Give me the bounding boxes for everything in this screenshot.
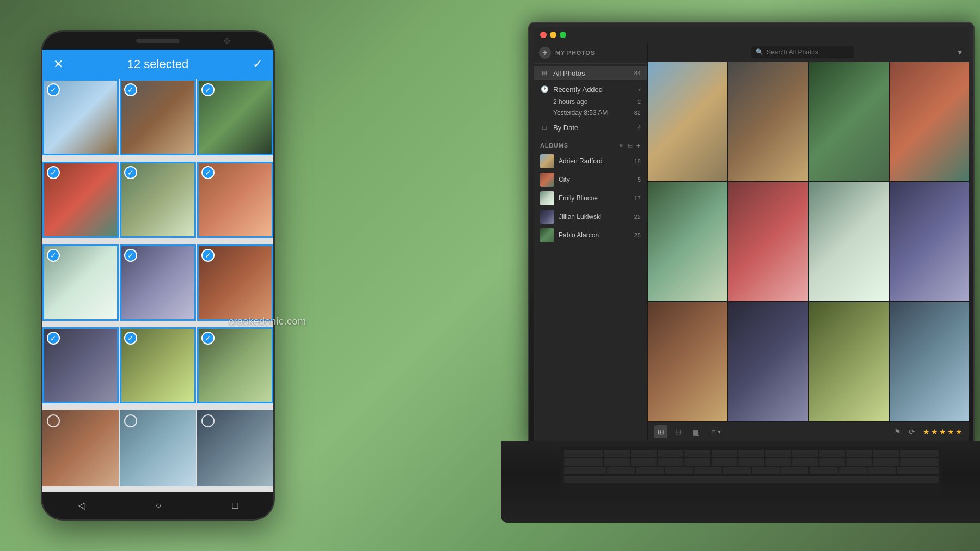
sort-arrow-icon: ▾ bbox=[718, 428, 721, 436]
list-item[interactable]: ✓ bbox=[42, 79, 119, 155]
list-item[interactable] bbox=[42, 410, 119, 486]
view-large-button[interactable]: ⊞ bbox=[654, 425, 667, 438]
list-item[interactable] bbox=[120, 410, 196, 486]
star-rating[interactable]: ★ ★ ★ ★ ★ bbox=[923, 427, 963, 436]
recents-button[interactable]: □ bbox=[232, 500, 238, 511]
laptop-body: + MY PHOTOS ⊞ All Photos 84 bbox=[528, 22, 975, 446]
photos-grid-icon: ⊞ bbox=[540, 69, 549, 77]
album-count-adrien: 18 bbox=[634, 158, 641, 164]
sidebar-item-album-city[interactable]: City 5 bbox=[534, 170, 647, 189]
key bbox=[684, 458, 710, 466]
minimize-window-button[interactable] bbox=[550, 32, 556, 38]
table-row[interactable] bbox=[728, 302, 808, 421]
check-icon: ✓ bbox=[201, 332, 215, 345]
check-icon: ✓ bbox=[124, 166, 137, 179]
photo-toolbar: ⊞ ⊟ ▦ ≡ ▾ ⚑ ⟳ ★ ★ bbox=[648, 421, 969, 441]
search-box: 🔍 bbox=[751, 46, 854, 58]
close-icon[interactable]: ✕ bbox=[53, 57, 63, 71]
key bbox=[658, 450, 683, 457]
app-content: + MY PHOTOS ⊞ All Photos 84 bbox=[534, 42, 969, 441]
rotate-icon[interactable]: ⟳ bbox=[909, 427, 915, 436]
sidebar-item-yesterday[interactable]: Yesterday 8:53 AM 82 bbox=[553, 107, 647, 118]
key bbox=[631, 450, 657, 457]
sort-button[interactable]: ≡ ▾ bbox=[712, 428, 721, 436]
sidebar-item-recently-added[interactable]: 🕐 Recently Added ▾ bbox=[534, 82, 647, 96]
sidebar-item-album-pablo[interactable]: Pablo Alarcon 25 bbox=[534, 226, 647, 244]
view-small-button[interactable]: ▦ bbox=[689, 425, 702, 438]
key-return bbox=[900, 458, 939, 466]
list-item[interactable]: ✓ bbox=[197, 327, 273, 403]
check-empty-icon bbox=[124, 414, 137, 427]
star-5: ★ bbox=[955, 427, 963, 436]
grid-view-button[interactable]: ⊞ bbox=[626, 142, 634, 150]
table-row[interactable] bbox=[890, 302, 969, 421]
table-row[interactable] bbox=[648, 302, 727, 421]
table-row[interactable] bbox=[890, 62, 969, 181]
check-icon: ✓ bbox=[201, 249, 215, 262]
sidebar-item-album-adrien[interactable]: Adrien Radford 18 bbox=[534, 152, 647, 170]
view-medium-button[interactable]: ⊟ bbox=[672, 425, 685, 438]
table-row[interactable] bbox=[648, 62, 727, 181]
table-row[interactable] bbox=[648, 182, 727, 302]
album-count-city: 5 bbox=[638, 176, 641, 183]
key bbox=[873, 450, 898, 457]
list-view-button[interactable]: ≡ bbox=[617, 142, 624, 150]
sidebar-item-all-photos[interactable]: ⊞ All Photos 84 bbox=[534, 66, 647, 80]
sidebar-item-2-hours-ago[interactable]: 2 hours ago 2 bbox=[553, 96, 647, 107]
flag-icon[interactable]: ⚑ bbox=[894, 427, 901, 436]
add-album-button[interactable]: + bbox=[636, 141, 641, 150]
list-item[interactable]: ✓ bbox=[120, 79, 196, 155]
recently-added-label: Recently Added bbox=[553, 85, 634, 94]
sidebar-section-library: ⊞ All Photos 84 🕐 Recently Added ▾ bbox=[534, 64, 647, 137]
all-photos-count: 84 bbox=[634, 70, 641, 76]
sort-icon: ≡ bbox=[712, 428, 715, 436]
confirm-icon[interactable]: ✓ bbox=[253, 57, 262, 71]
list-item[interactable]: ✓ bbox=[197, 162, 273, 238]
table-row[interactable] bbox=[728, 182, 808, 302]
key bbox=[738, 450, 764, 457]
close-window-button[interactable] bbox=[540, 32, 547, 38]
key bbox=[846, 458, 872, 466]
list-item[interactable]: ✓ bbox=[120, 162, 196, 238]
table-row[interactable] bbox=[890, 182, 969, 302]
key bbox=[868, 467, 896, 475]
list-item[interactable]: ✓ bbox=[42, 244, 119, 321]
table-row[interactable] bbox=[728, 62, 808, 181]
check-icon: ✓ bbox=[47, 249, 60, 262]
key bbox=[752, 467, 780, 475]
laptop-screen: + MY PHOTOS ⊞ All Photos 84 bbox=[534, 27, 969, 441]
table-row[interactable] bbox=[809, 302, 889, 421]
list-item[interactable]: ✓ bbox=[197, 79, 273, 155]
sidebar-item-by-date[interactable]: □ By Date 4 bbox=[534, 120, 647, 134]
sidebar-item-album-jillian[interactable]: Jillian Lukiwski 22 bbox=[534, 207, 647, 226]
maximize-window-button[interactable] bbox=[560, 32, 566, 38]
list-item[interactable]: ✓ bbox=[120, 244, 196, 321]
album-thumb-city bbox=[540, 173, 554, 187]
phone-camera bbox=[224, 38, 230, 44]
table-row[interactable] bbox=[809, 182, 889, 302]
list-item[interactable]: ✓ bbox=[42, 327, 119, 403]
search-input[interactable] bbox=[767, 48, 849, 56]
table-row[interactable] bbox=[809, 62, 889, 181]
phone-screen: ✕ 12 selected ✓ ✓ ✓ bbox=[42, 50, 273, 492]
add-collection-button[interactable]: + bbox=[539, 47, 551, 59]
sidebar-item-album-emily[interactable]: Emily Blincoe 17 bbox=[534, 189, 647, 207]
by-date-count: 4 bbox=[638, 124, 641, 131]
back-button[interactable]: ◁ bbox=[78, 499, 85, 511]
clock-icon: 🕐 bbox=[540, 85, 549, 94]
list-item[interactable]: ✓ bbox=[197, 244, 273, 321]
check-icon: ✓ bbox=[124, 332, 137, 345]
check-icon: ✓ bbox=[124, 249, 137, 262]
recently-added-group: 🕐 Recently Added ▾ 2 hours ago 2 bbox=[534, 80, 647, 120]
albums-title: ALBUMS bbox=[540, 142, 615, 149]
keyboard bbox=[561, 446, 942, 495]
traffic-lights-bar bbox=[534, 27, 969, 42]
list-item[interactable]: ✓ bbox=[42, 162, 119, 238]
album-count-emily: 17 bbox=[634, 195, 641, 201]
album-thumbnail bbox=[540, 173, 554, 187]
filter-button[interactable]: ▼ bbox=[956, 48, 964, 57]
star-3: ★ bbox=[939, 427, 946, 436]
list-item[interactable]: ✓ bbox=[120, 327, 196, 403]
list-item[interactable] bbox=[197, 410, 273, 486]
home-button[interactable]: ○ bbox=[156, 500, 162, 511]
